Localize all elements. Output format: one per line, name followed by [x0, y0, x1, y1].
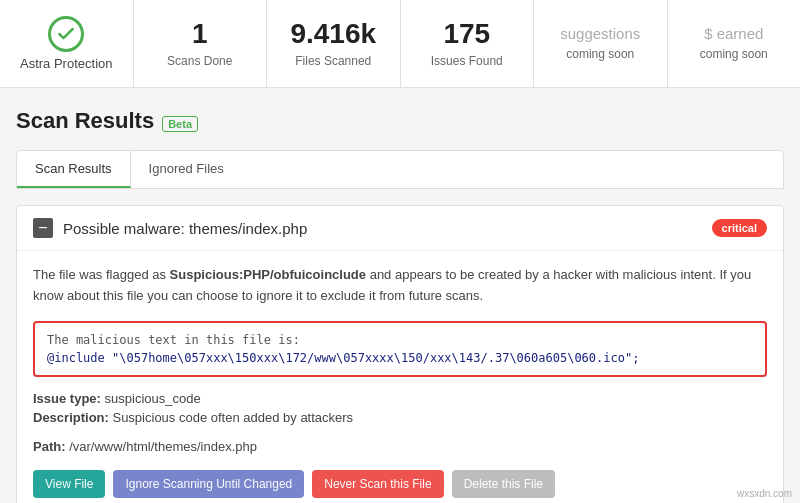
issue-header-left: − Possible malware: themes/index.php	[33, 218, 307, 238]
main-content: Scan Results Beta Scan Results Ignored F…	[0, 88, 800, 503]
issue-type-row: Issue type: suspicious_code	[33, 391, 767, 406]
stat-earned: $ earned coming soon	[668, 0, 801, 87]
tab-scan-results[interactable]: Scan Results	[17, 151, 131, 188]
stat-suggestions: suggestions coming soon	[534, 0, 668, 87]
path-label: Path:	[33, 439, 66, 454]
desc-part1: The file was flagged as	[33, 267, 170, 282]
issue-header: − Possible malware: themes/index.php cri…	[17, 206, 783, 251]
issues-found-value: 175	[443, 19, 490, 50]
scans-done-label: Scans Done	[167, 54, 232, 68]
description-row: Description: Suspicious code often added…	[33, 410, 767, 425]
code-block: The malicious text in this file is: @inc…	[33, 321, 767, 377]
suggestions-sublabel: coming soon	[566, 47, 634, 61]
stat-scans-done: 1 Scans Done	[134, 0, 268, 87]
issue-path: Path: /var/www/html/themes/index.php	[33, 439, 767, 454]
issue-card: − Possible malware: themes/index.php cri…	[16, 205, 784, 503]
files-scanned-value: 9.416k	[290, 19, 376, 50]
collapse-icon[interactable]: −	[33, 218, 53, 238]
stat-files-scanned: 9.416k Files Scanned	[267, 0, 401, 87]
never-scan-button[interactable]: Never Scan this File	[312, 470, 443, 498]
issues-found-label: Issues Found	[431, 54, 503, 68]
code-line: @include "\057home\057xxx\150xxx\172/www…	[47, 351, 753, 365]
earned-sublabel: coming soon	[700, 47, 768, 61]
earned-value: $ earned	[704, 26, 763, 43]
ignore-scanning-button[interactable]: Ignore Scanning Until Changed	[113, 470, 304, 498]
issue-description: The file was flagged as Suspicious:PHP/o…	[33, 265, 767, 307]
watermark: wxsxdn.com	[737, 488, 792, 499]
beta-badge: Beta	[162, 116, 198, 132]
astra-label: Astra Protection	[20, 56, 113, 71]
tab-ignored-files[interactable]: Ignored Files	[131, 151, 242, 188]
files-scanned-label: Files Scanned	[295, 54, 371, 68]
issue-type-value: suspicious_code	[105, 391, 201, 406]
description-label: Description:	[33, 410, 109, 425]
description-value: Suspicious code often added by attackers	[112, 410, 353, 425]
issue-meta: Issue type: suspicious_code Description:…	[33, 391, 767, 425]
view-file-button[interactable]: View File	[33, 470, 105, 498]
stats-bar: Astra Protection 1 Scans Done 9.416k Fil…	[0, 0, 800, 88]
checkmark-icon	[48, 16, 84, 52]
delete-file-button[interactable]: Delete this File	[452, 470, 555, 498]
stat-astra: Astra Protection	[0, 0, 134, 87]
issue-body: The file was flagged as Suspicious:PHP/o…	[17, 251, 783, 503]
action-buttons: View File Ignore Scanning Until Changed …	[33, 470, 767, 498]
issue-type-label: Issue type:	[33, 391, 101, 406]
issue-title: Possible malware: themes/index.php	[63, 220, 307, 237]
stat-issues-found: 175 Issues Found	[401, 0, 535, 87]
tabs-container: Scan Results Ignored Files	[16, 150, 784, 189]
page-title: Scan Results	[16, 108, 154, 134]
suggestions-value: suggestions	[560, 26, 640, 43]
critical-badge: critical	[712, 219, 767, 237]
path-value: /var/www/html/themes/index.php	[69, 439, 257, 454]
scans-done-value: 1	[192, 19, 208, 50]
desc-highlight: Suspicious:PHP/obfuicoinclude	[170, 267, 366, 282]
code-label: The malicious text in this file is:	[47, 333, 753, 347]
page-title-row: Scan Results Beta	[16, 108, 784, 134]
